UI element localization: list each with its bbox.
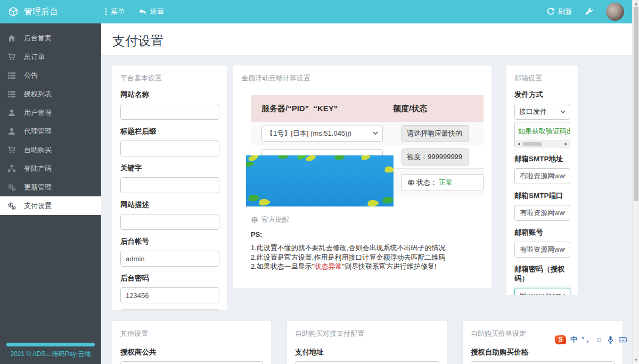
field-site-description: 网站描述 xyxy=(120,200,219,230)
topnav: 菜单 返回 xyxy=(104,0,164,23)
refresh-icon xyxy=(546,7,555,16)
copyright: 2021 © ADS二维码Pay-云端 xyxy=(0,350,101,359)
card-title: 自助购买对接支付配置 xyxy=(295,329,439,338)
sidebar-item-label: 授权列表 xyxy=(24,89,52,99)
field-title-suffix: 标题栏后缀 xyxy=(120,127,219,156)
gears-icon xyxy=(7,183,16,192)
ime-language-toggle[interactable]: 中 xyxy=(570,335,577,344)
sidebar-item-label: 公告 xyxy=(24,71,38,80)
scrollbar-thumb[interactable] xyxy=(634,6,638,201)
field-label: 发件方式 xyxy=(514,90,570,100)
cart-icon xyxy=(7,146,16,154)
user-icon xyxy=(7,109,16,117)
sidebar-item-home[interactable]: 后台首页 xyxy=(0,29,101,47)
sidebar-item-auth-list[interactable]: 授权列表 xyxy=(0,85,101,103)
auth-public-input[interactable] xyxy=(120,361,263,364)
wrench-icon[interactable] xyxy=(585,7,593,16)
page-title: 支付设置 xyxy=(101,23,632,49)
field-label: 标题栏后缀 xyxy=(120,127,219,136)
pay-address-input[interactable] xyxy=(295,361,439,364)
field-label: 网站名称 xyxy=(120,90,219,100)
sidebar-item-users[interactable]: 用户管理 xyxy=(0,103,101,122)
scroll-left-arrow[interactable]: ◄ xyxy=(517,142,521,147)
sidebar-item-label: 更新管理 xyxy=(24,183,52,192)
ps-line: 2.此设置是官方设置,作用是利用接口计算金额浮动去匹配二维码 xyxy=(251,253,480,262)
server-select[interactable]: 【1号】[日本] (ms:51.045)(i xyxy=(261,126,383,142)
selfpay-price-input[interactable] xyxy=(471,361,615,364)
status-badge: 状态： 正常 xyxy=(402,174,484,191)
topbar: 管理后台 菜单 返回 刷新 xyxy=(0,0,639,23)
sidebar-item-label: 用户管理 xyxy=(24,108,52,118)
list-icon xyxy=(7,90,16,98)
field-admin-password: 后台密码 xyxy=(120,274,219,303)
sidebar-item-self-purchase[interactable]: 自助购买 xyxy=(0,140,101,159)
field-label: 授权商公共 xyxy=(120,348,263,357)
card-title: 金额浮动云端计算设置 xyxy=(241,73,484,83)
field-label: 邮箱账号 xyxy=(514,228,570,237)
field-auth-public: 授权商公共 xyxy=(120,348,263,364)
keyboard-icon[interactable] xyxy=(619,336,627,344)
send-method-select[interactable]: 接口发件 xyxy=(514,104,570,120)
title-suffix-input[interactable] xyxy=(120,140,219,156)
avatar[interactable] xyxy=(606,3,624,21)
verification-notice-text: 如果获取验证码出现 xyxy=(515,122,570,136)
field-smtp-port: 邮箱SMTP端口 xyxy=(514,191,570,221)
ps-line: 2.如果状态一旦显示"状态异常"则尽快联系官方进行维护修复! xyxy=(251,262,480,271)
sitemap-icon xyxy=(7,164,16,173)
back-button[interactable]: 返回 xyxy=(138,7,164,16)
menu-dots-icon xyxy=(104,7,108,16)
sidebar-item-announcements[interactable]: 公告 xyxy=(0,66,101,85)
field-keywords: 关键字 xyxy=(120,163,219,193)
scroll-right-arrow[interactable]: ► xyxy=(564,142,568,147)
scroll-down-arrow[interactable]: ▼ xyxy=(633,358,639,362)
field-admin-account: 后台帐号 xyxy=(120,237,219,267)
verification-notice-box[interactable]: 如果获取验证码出现 ◄ ► xyxy=(514,122,570,147)
selfpay-config-card: 自助购买对接支付配置 支付地址 xyxy=(286,320,448,364)
refresh-button[interactable]: 刷新 xyxy=(546,7,572,16)
sidebar-item-agents[interactable]: 代理管理 xyxy=(0,122,101,140)
microphone-icon[interactable] xyxy=(607,336,615,344)
quota-column-header: 额度/状态 xyxy=(393,104,484,114)
field-label: 授权自助购买价格 xyxy=(471,348,615,357)
field-label: 邮箱SMTP端口 xyxy=(514,191,570,201)
vertical-scrollbar[interactable]: ▲ ▼ xyxy=(632,0,639,364)
horizontal-scrollbar[interactable]: ◄ ► xyxy=(515,140,570,147)
chevron-down-icon xyxy=(560,110,566,114)
ime-emoji-button[interactable]: ☺ xyxy=(595,336,602,344)
ime-punctuation-toggle[interactable]: °， xyxy=(581,335,591,344)
table-header-row: 服务器/“PID”_“KEY” 额度/状态 xyxy=(251,95,484,122)
quota-button[interactable]: 额度：999999999 xyxy=(402,148,469,166)
site-description-input[interactable] xyxy=(120,214,219,230)
sidebar-item-label: 支付设置 xyxy=(24,201,52,211)
smtp-address-input[interactable] xyxy=(514,168,570,184)
scroll-up-arrow[interactable]: ▲ xyxy=(633,1,639,6)
admin-password-input[interactable] xyxy=(120,287,219,303)
back-arrow-icon xyxy=(138,8,147,16)
email-account-input[interactable] xyxy=(514,242,570,258)
menu-button[interactable]: 菜单 xyxy=(104,7,125,16)
sidebar-item-orders[interactable]: 总订单 xyxy=(0,47,101,66)
brand[interactable]: 管理后台 xyxy=(0,0,101,23)
select-fastest-button[interactable]: 请选择响应最快的 xyxy=(402,125,469,142)
sogou-logo-icon[interactable]: S xyxy=(554,335,566,344)
scrollbar-thumb[interactable] xyxy=(523,142,542,146)
platform-extra-input[interactable] xyxy=(120,309,219,311)
admin-account-input[interactable] xyxy=(120,251,219,267)
field-send-method: 发件方式 接口发件 xyxy=(514,90,570,120)
smtp-port-input[interactable] xyxy=(514,205,570,221)
send-method-value: 接口发件 xyxy=(519,107,560,117)
sidebar-item-updates[interactable]: 更新管理 xyxy=(0,178,101,196)
title-band: 支付设置 xyxy=(101,23,632,56)
ps-notes: PS: 1.此设置不懂的就不要乱去修改,否则会出现系统不出码子的情况 2.此设置… xyxy=(251,230,480,271)
field-email-account: 邮箱账号 xyxy=(514,228,570,258)
overlay-image xyxy=(246,155,394,206)
list-icon xyxy=(7,71,16,80)
topbar-right: 刷新 xyxy=(546,0,624,23)
sidebar-item-payment-settings[interactable]: 支付设置 xyxy=(0,196,101,215)
email-password-input[interactable] xyxy=(514,288,570,295)
sidebar-footer-bar xyxy=(6,343,95,346)
chevron-down-icon xyxy=(373,131,378,135)
keywords-input[interactable] xyxy=(120,177,219,193)
site-name-input[interactable] xyxy=(120,104,219,120)
sidebar-item-login-code[interactable]: 登陆产码 xyxy=(0,159,101,178)
